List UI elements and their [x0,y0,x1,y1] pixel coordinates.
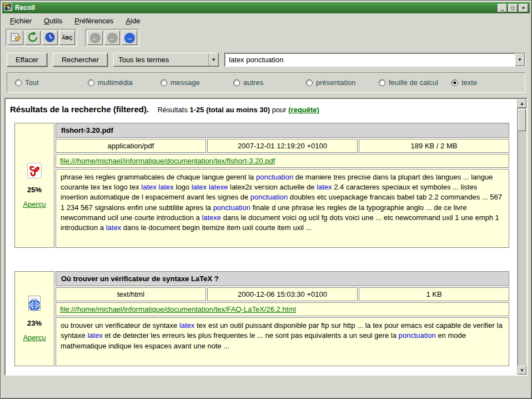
highlighted-term: latexe [202,213,221,222]
filter-option-label: multimédia [98,78,133,87]
radio-icon[interactable] [88,79,94,86]
filter-option-label: message [170,78,200,87]
result-snippet: ou trouver un verificateur de syntaxe la… [56,317,509,366]
clear-search-button[interactable] [8,31,23,45]
search-bar: Effacer Rechercher Tous les termes ▼ lat… [2,49,530,71]
result-url-cell: file:///home/michael/informatique/docume… [56,154,509,168]
highlighted-term: ponctuation [256,173,293,181]
query-link[interactable]: (requête) [288,106,319,114]
tool-group-search: ÂBÇ [6,29,77,47]
clock-icon [44,32,56,44]
menu-item-fichier[interactable]: Fichier [6,16,36,26]
results-header-title: Résultats de la recherche (filtered). [10,104,149,114]
filter-option-feuille-de-calcul[interactable]: feuille de calcul [379,78,451,87]
query-value[interactable]: latex ponctuation [225,53,515,66]
filter-option-texte[interactable]: texte [451,78,477,87]
result-info-row: application/pdf2007-12-01 12:19:20 +0100… [56,139,509,153]
previous-page-icon: ← [107,33,118,43]
filter-option-tout[interactable]: Tout [15,78,88,87]
menubar: FichierOutilsPréférencesAide [2,13,530,28]
window-title: Recoll [15,4,495,12]
clear-form-icon [10,32,21,44]
result-title: Où trouver un vérificateur de syntaxe La… [56,271,509,286]
result-size: 189 KB / 2 MB [359,139,509,153]
result-entry: 25%Aperçuflshort-3.20.pdfapplication/pdf… [14,123,509,248]
search-mode-value: Tous les termes [114,53,208,66]
relevance-percent: 25% [27,186,42,194]
radio-icon[interactable] [160,79,167,86]
recoll-app-icon [4,3,12,13]
clear-button[interactable]: Effacer [7,53,47,67]
filter-bar: Toutmultimédiamessageautresprésentationf… [7,72,525,93]
highlighted-term: latex [317,183,332,191]
results-count: 1-25 (total au moins 30) [190,106,270,114]
result-side-panel: 23%Aperçu [14,271,54,366]
next-page-button[interactable]: → [122,31,137,45]
filter-option-label: présentation [316,78,356,87]
history-button[interactable] [42,31,58,45]
radio-icon[interactable] [451,79,458,86]
radio-icon[interactable] [306,79,313,86]
scroll-up-button[interactable]: ▲ [518,99,526,108]
highlighted-term: latex [106,223,121,232]
highlighted-term: latex latex [141,183,174,191]
previous-page-button[interactable]: ← [104,31,120,45]
window-controls: _ □ × [498,4,528,12]
next-page-icon: → [124,33,135,43]
results-count: Résultats [158,106,190,114]
result-mime-type: text/html [56,287,206,301]
result-info-row: text/html2000-12-06 15:03:30 +01001 KB [56,287,509,301]
highlighted-term: ponctuation [250,193,288,201]
menu-item-outils[interactable]: Outils [39,16,67,26]
filter-option-multimédia[interactable]: multimédia [88,78,160,87]
menu-item-préférences[interactable]: Préférences [70,16,118,26]
result-entry: 23%AperçuOù trouver un vérificateur de s… [14,271,509,366]
term-explorer-icon: ÂBÇ [62,35,73,41]
chevron-down-icon[interactable]: ▼ [515,53,525,66]
preview-link[interactable]: Aperçu [23,333,46,342]
filter-option-présentation[interactable]: présentation [306,78,379,87]
term-explorer-button[interactable]: ÂBÇ [59,31,75,45]
first-page-button[interactable]: ← [87,31,103,45]
result-date: 2007-12-01 12:19:20 +0100 [207,139,358,153]
radio-icon[interactable] [15,79,22,86]
result-title: flshort-3.20.pdf [56,123,509,138]
result-url-link[interactable]: file:///home/michael/informatique/docume… [60,305,296,313]
highlighted-term: latex latexe [192,183,228,191]
result-snippet: phrase les regles grammaticales de chaqu… [56,169,509,248]
highlighted-term: latex [87,331,102,340]
result-url-link[interactable]: file:///home/michael/informatique/docume… [60,157,275,165]
pdf-file-icon [26,162,43,179]
recoll-window: Recoll _ □ × FichierOutilsPréférencesAid… [0,0,532,399]
results-panel: Résultats de la recherche (filtered). Ré… [4,98,528,376]
close-button[interactable]: × [519,4,528,12]
minimize-button[interactable]: _ [498,4,507,12]
maximize-button[interactable]: □ [508,4,518,12]
results-header: Résultats de la recherche (filtered). Ré… [9,101,515,114]
preview-link[interactable]: Aperçu [23,200,46,208]
toolbar: ÂBÇ ← ← → [2,28,530,49]
search-mode-select[interactable]: Tous les termes ▼ [113,53,219,67]
filter-option-message[interactable]: message [160,78,233,87]
scrollbar-thumb[interactable] [518,109,526,131]
tool-group-pages: ← ← → [85,29,139,47]
scroll-down-button[interactable]: ▼ [518,366,526,375]
results-scrollbar[interactable]: ▲ ▼ [517,99,526,375]
search-button[interactable]: Rechercher [53,53,108,67]
radio-icon[interactable] [379,79,385,86]
result-url-cell: file:///home/michael/informatique/docume… [56,302,509,316]
scrollbar-track[interactable] [518,108,526,366]
results-content: Résultats de la recherche (filtered). Ré… [6,99,517,375]
filter-option-autres[interactable]: autres [233,78,306,87]
results-list: 25%Aperçuflshort-3.20.pdfapplication/pdf… [9,123,515,366]
highlighted-term: ponctuation [398,331,435,340]
relevance-percent: 23% [27,319,42,327]
filter-option-label: Tout [25,78,39,87]
chevron-down-icon[interactable]: ▼ [208,53,218,66]
radio-icon[interactable] [233,79,240,86]
update-index-button[interactable] [25,31,41,45]
titlebar[interactable]: Recoll _ □ × [2,2,530,13]
highlighted-term: latex [179,321,194,330]
query-input[interactable]: latex ponctuation ▼ [224,53,525,67]
menu-item-aide[interactable]: Aide [121,16,144,26]
